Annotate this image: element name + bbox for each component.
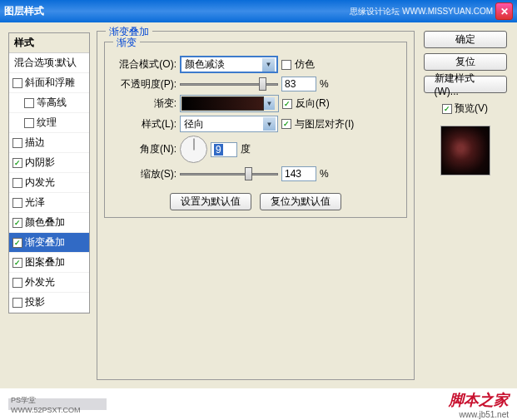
chevron-down-icon: ▼ [263,117,276,131]
style-item[interactable]: ✓渐变叠加 [9,233,89,253]
style-item[interactable]: 光泽 [9,193,89,213]
style-label: 外发光 [25,275,55,289]
angle-label: 角度(N): [112,142,176,156]
blend-mode-label: 混合模式(O): [112,57,176,72]
dither-label: 仿色 [295,57,315,72]
reverse-label: 反向(R) [296,96,330,111]
style-label: 渐变叠加 [25,235,65,250]
style-checkbox[interactable] [12,138,22,148]
style-item[interactable]: 斜面和浮雕 [9,73,89,93]
style-checkbox[interactable] [24,118,34,128]
style-checkbox[interactable]: ✓ [12,238,22,248]
style-label: 内发光 [25,175,55,190]
style-label: 投影 [25,295,45,309]
style-label: 颜色叠加 [25,215,65,230]
cancel-button[interactable]: 复位 [424,53,507,71]
style-item[interactable]: 纹理 [9,113,89,133]
reverse-checkbox[interactable]: ✓ [282,99,292,109]
style-label: 样式(L): [112,117,176,131]
forum-badge: 思缘设计论坛 [350,6,400,17]
opacity-label: 不透明度(P): [112,77,176,91]
url-badge: WWW.MISSYUAN.COM [402,7,493,16]
style-select[interactable]: 径向▼ [180,116,278,132]
style-label: 内阴影 [25,156,55,170]
style-label: 光泽 [25,195,45,210]
style-item[interactable]: 内发光 [9,173,89,193]
style-item[interactable]: ✓图案叠加 [9,253,89,273]
watermark-left: PS学堂 WWW.52PSXT.COM [8,398,107,410]
preview-thumbnail [440,126,490,175]
preview-checkbox[interactable]: ✓ [442,104,452,114]
style-checkbox[interactable] [12,198,22,208]
style-label: 描边 [25,136,45,150]
gradient-picker[interactable]: ▼ [180,95,279,112]
chevron-down-icon: ▼ [264,97,275,110]
scale-input[interactable]: 143 [281,166,316,181]
blend-mode-select[interactable]: 颜色减淡▼ [180,56,278,73]
angle-input[interactable]: 9 [211,142,237,157]
style-label: 图案叠加 [25,255,65,269]
close-button[interactable]: ✕ [495,2,513,20]
opacity-input[interactable]: 83 [281,77,316,91]
align-label: 与图层对齐(I) [295,117,354,131]
dither-checkbox[interactable] [281,60,291,70]
new-style-button[interactable]: 新建样式(W)... [424,76,507,93]
reset-default-button[interactable]: 复位为默认值 [260,193,341,210]
style-checkbox[interactable] [24,98,34,108]
gradient-label: 渐变: [112,96,176,111]
style-checkbox[interactable] [12,78,22,88]
style-item[interactable]: 外发光 [9,273,89,293]
watermark-right: 脚本之家 www.jb51.net [449,390,509,419]
preview-label: 预览(V) [455,101,488,116]
style-item[interactable]: 等高线 [9,93,89,113]
ok-button[interactable]: 确定 [424,31,507,48]
style-checkbox[interactable]: ✓ [12,158,22,168]
style-item[interactable]: 投影 [9,293,89,313]
opacity-slider[interactable] [180,77,278,91]
style-label: 等高线 [37,96,67,110]
set-default-button[interactable]: 设置为默认值 [170,193,251,210]
angle-dial[interactable] [180,136,207,163]
style-checkbox[interactable] [12,298,22,308]
style-item[interactable]: ✓颜色叠加 [9,213,89,233]
scale-slider[interactable] [180,166,278,181]
style-item[interactable]: 描边 [9,133,89,153]
style-checkbox[interactable]: ✓ [12,218,22,228]
window-title: 图层样式 [4,4,350,18]
styles-list: 样式 混合选项:默认 斜面和浮雕等高线纹理描边✓内阴影内发光光泽✓颜色叠加✓渐变… [8,32,90,314]
style-item[interactable]: ✓内阴影 [9,153,89,173]
style-checkbox[interactable] [12,178,22,188]
style-label: 纹理 [37,116,57,130]
inner-title: 渐变 [113,36,140,50]
style-label: 斜面和浮雕 [25,76,75,90]
style-checkbox[interactable]: ✓ [12,258,22,268]
style-checkbox[interactable] [12,278,22,288]
chevron-down-icon: ▼ [262,58,275,72]
scale-label: 缩放(S): [112,167,176,181]
styles-header[interactable]: 样式 [9,33,89,53]
align-checkbox[interactable]: ✓ [281,119,291,129]
blend-options[interactable]: 混合选项:默认 [9,53,89,73]
